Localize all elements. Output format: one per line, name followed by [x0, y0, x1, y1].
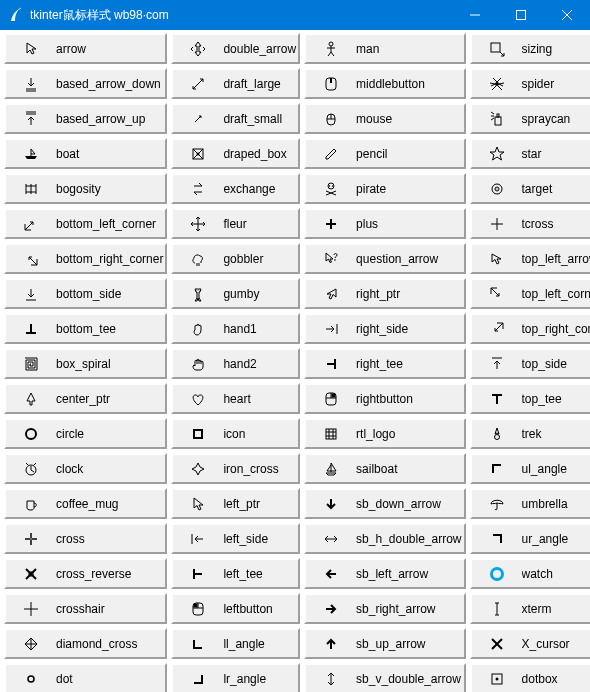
cursor-button-spider[interactable]: spider: [470, 68, 590, 99]
cursor-label: right_side: [356, 322, 463, 336]
cursor-button-top_tee[interactable]: top_tee: [470, 383, 590, 414]
maximize-button[interactable]: [498, 0, 544, 30]
middlebutton-icon: [306, 70, 356, 97]
cursor-button-tcross[interactable]: tcross: [470, 208, 590, 239]
cursor-label: spider: [522, 77, 590, 91]
cursor-label: right_ptr: [356, 287, 463, 301]
cursor-button-target[interactable]: target: [470, 173, 590, 204]
hand2-icon: [173, 350, 223, 377]
sailboat-icon: [306, 455, 356, 482]
cursor-button-icon[interactable]: icon: [171, 418, 300, 449]
cursor-button-iron_cross[interactable]: iron_cross: [171, 453, 300, 484]
cursor-label: sb_v_double_arrow: [356, 672, 463, 686]
cross_reverse-icon: [6, 560, 56, 587]
cursor-label: star: [522, 147, 590, 161]
cursor-button-cross_reverse[interactable]: cross_reverse: [4, 558, 167, 589]
cursor-label: exchange: [223, 182, 298, 196]
cursor-button-coffee_mug[interactable]: coffee_mug: [4, 488, 167, 519]
based_arrow_down-icon: [6, 70, 56, 97]
cursor-button-top_left_corner[interactable]: top_left_corner: [470, 278, 590, 309]
cursor-button-sb_h_double_arrow[interactable]: sb_h_double_arrow: [304, 523, 465, 554]
lr_angle-icon: [173, 665, 223, 692]
cursor-button-fleur[interactable]: fleur: [171, 208, 300, 239]
cursor-button-arrow[interactable]: arrow: [4, 33, 167, 64]
cursor-button-gumby[interactable]: gumby: [171, 278, 300, 309]
cursor-button-draped_box[interactable]: draped_box: [171, 138, 300, 169]
cursor-button-right_tee[interactable]: right_tee: [304, 348, 465, 379]
cursor-button-crosshair[interactable]: crosshair: [4, 593, 167, 624]
cursor-button-watch[interactable]: watch: [470, 558, 590, 589]
cursor-button-plus[interactable]: plus: [304, 208, 465, 239]
cursor-label: circle: [56, 427, 165, 441]
cursor-button-xterm[interactable]: xterm: [470, 593, 590, 624]
cursor-button-sailboat[interactable]: sailboat: [304, 453, 465, 484]
cursor-button-right_ptr[interactable]: right_ptr: [304, 278, 465, 309]
cross-icon: [6, 525, 56, 552]
cursor-button-sb_right_arrow[interactable]: sb_right_arrow: [304, 593, 465, 624]
cursor-button-sb_down_arrow[interactable]: sb_down_arrow: [304, 488, 465, 519]
cursor-button-sb_up_arrow[interactable]: sb_up_arrow: [304, 628, 465, 659]
cursor-button-bottom_tee[interactable]: bottom_tee: [4, 313, 167, 344]
cursor-button-question_arrow[interactable]: question_arrow: [304, 243, 465, 274]
cursor-button-bogosity[interactable]: bogosity: [4, 173, 167, 204]
cursor-button-ul_angle[interactable]: ul_angle: [470, 453, 590, 484]
cursor-button-rtl_logo[interactable]: rtl_logo: [304, 418, 465, 449]
cursor-button-sb_v_double_arrow[interactable]: sb_v_double_arrow: [304, 663, 465, 692]
cursor-button-lr_angle[interactable]: lr_angle: [171, 663, 300, 692]
close-button[interactable]: [544, 0, 590, 30]
cursor-button-top_right_corner[interactable]: top_right_corner: [470, 313, 590, 344]
cursor-button-sb_left_arrow[interactable]: sb_left_arrow: [304, 558, 465, 589]
arrow-icon: [6, 35, 56, 62]
cursor-button-dot[interactable]: dot: [4, 663, 167, 692]
cursor-button-hand1[interactable]: hand1: [171, 313, 300, 344]
cursor-button-circle[interactable]: circle: [4, 418, 167, 449]
cursor-button-double_arrow[interactable]: double_arrow: [171, 33, 300, 64]
cursor-button-draft_large[interactable]: draft_large: [171, 68, 300, 99]
cursor-button-top_left_arrow[interactable]: top_left_arrow: [470, 243, 590, 274]
cursor-button-hand2[interactable]: hand2: [171, 348, 300, 379]
cursor-button-pencil[interactable]: pencil: [304, 138, 465, 169]
cursor-button-boat[interactable]: boat: [4, 138, 167, 169]
cursor-button-based_arrow_down[interactable]: based_arrow_down: [4, 68, 167, 99]
cursor-button-left_tee[interactable]: left_tee: [171, 558, 300, 589]
cursor-button-clock[interactable]: clock: [4, 453, 167, 484]
cursor-button-top_side[interactable]: top_side: [470, 348, 590, 379]
cursor-button-bottom_right_corner[interactable]: bottom_right_corner: [4, 243, 167, 274]
cursor-button-left_ptr[interactable]: left_ptr: [171, 488, 300, 519]
bogosity-icon: [6, 175, 56, 202]
cursor-button-gobbler[interactable]: gobbler: [171, 243, 300, 274]
cursor-button-diamond_cross[interactable]: diamond_cross: [4, 628, 167, 659]
cursor-label: X_cursor: [522, 637, 590, 651]
cursor-button-cross[interactable]: cross: [4, 523, 167, 554]
cursor-button-right_side[interactable]: right_side: [304, 313, 465, 344]
cursor-button-center_ptr[interactable]: center_ptr: [4, 383, 167, 414]
cursor-button-heart[interactable]: heart: [171, 383, 300, 414]
tk-feather-icon: [8, 7, 24, 23]
draped_box-icon: [173, 140, 223, 167]
cursor-button-middlebutton[interactable]: middlebutton: [304, 68, 465, 99]
cursor-button-leftbutton[interactable]: leftbutton: [171, 593, 300, 624]
cursor-button-sizing[interactable]: sizing: [470, 33, 590, 64]
cursor-button-box_spiral[interactable]: box_spiral: [4, 348, 167, 379]
cursor-button-bottom_side[interactable]: bottom_side: [4, 278, 167, 309]
cursor-button-pirate[interactable]: pirate: [304, 173, 465, 204]
cursor-button-bottom_left_corner[interactable]: bottom_left_corner: [4, 208, 167, 239]
cursor-button-exchange[interactable]: exchange: [171, 173, 300, 204]
cursor-button-umbrella[interactable]: umbrella: [470, 488, 590, 519]
cursor-button-rightbutton[interactable]: rightbutton: [304, 383, 465, 414]
cursor-button-ur_angle[interactable]: ur_angle: [470, 523, 590, 554]
cursor-button-spraycan[interactable]: spraycan: [470, 103, 590, 134]
cursor-button-dotbox[interactable]: dotbox: [470, 663, 590, 692]
cursor-button-based_arrow_up[interactable]: based_arrow_up: [4, 103, 167, 134]
cursor-button-left_side[interactable]: left_side: [171, 523, 300, 554]
cursor-button-star[interactable]: star: [470, 138, 590, 169]
cursor-button-X_cursor[interactable]: X_cursor: [470, 628, 590, 659]
cursor-button-mouse[interactable]: mouse: [304, 103, 465, 134]
cursor-button-draft_small[interactable]: draft_small: [171, 103, 300, 134]
man-icon: [306, 35, 356, 62]
cursor-label: crosshair: [56, 602, 165, 616]
minimize-button[interactable]: [452, 0, 498, 30]
cursor-button-ll_angle[interactable]: ll_angle: [171, 628, 300, 659]
cursor-button-man[interactable]: man: [304, 33, 465, 64]
cursor-button-trek[interactable]: trek: [470, 418, 590, 449]
